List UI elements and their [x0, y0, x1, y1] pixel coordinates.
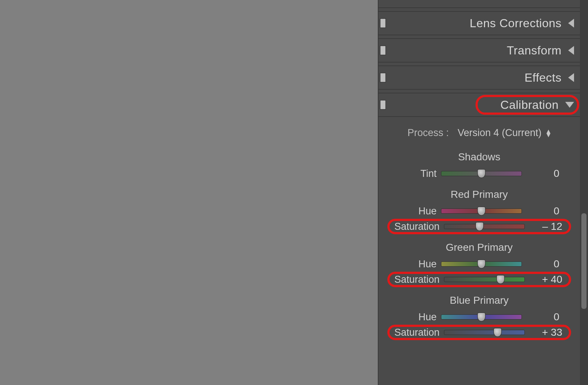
panel-title: Effects — [524, 71, 562, 85]
group-title-shadows: Shadows — [387, 151, 571, 163]
panel-header-calibration[interactable]: Calibration — [379, 93, 580, 117]
panel-header-cropped[interactable] — [379, 0, 580, 8]
panel-switch-icon[interactable] — [380, 18, 386, 28]
slider-value[interactable]: 0 — [526, 168, 559, 179]
panel-title: Lens Corrections — [470, 17, 562, 30]
slider-handle[interactable] — [477, 207, 485, 215]
slider-handle[interactable] — [477, 313, 485, 321]
scrollbar-thumb[interactable] — [581, 213, 587, 309]
slider-label: Hue — [389, 259, 437, 270]
slider-label: Hue — [389, 206, 437, 217]
panel-header-effects[interactable]: Effects — [379, 65, 580, 90]
slider-handle[interactable] — [477, 169, 485, 178]
panel-title: Transform — [507, 44, 562, 57]
panel-header-transform[interactable]: Transform — [379, 38, 580, 63]
slider-label: Saturation — [392, 221, 440, 232]
chevron-left-icon — [568, 73, 574, 82]
slider-handle[interactable] — [477, 260, 485, 268]
panel-header-lens-corrections[interactable]: Lens Corrections — [379, 11, 580, 35]
slider-value[interactable]: 0 — [526, 258, 559, 270]
slider-value[interactable]: – 12 — [529, 221, 562, 232]
slider-red-hue[interactable]: Hue 0 — [387, 203, 571, 219]
slider-value[interactable]: 0 — [526, 205, 559, 217]
slider-track[interactable] — [444, 277, 525, 282]
slider-handle[interactable] — [494, 328, 502, 337]
slider-red-saturation[interactable]: Saturation – 12 — [387, 219, 571, 234]
slider-handle[interactable] — [476, 222, 484, 231]
slider-label: Saturation — [392, 327, 440, 338]
slider-value[interactable]: + 33 — [529, 327, 562, 338]
develop-side-panel: Lens Corrections Transform Effects Calib… — [378, 0, 588, 385]
slider-blue-saturation[interactable]: Saturation + 33 — [387, 325, 571, 340]
slider-value[interactable]: + 40 — [529, 274, 562, 285]
slider-green-saturation[interactable]: Saturation + 40 — [387, 272, 571, 287]
process-version-dropdown[interactable]: Version 4 (Current) ▲▼ — [458, 127, 551, 139]
group-title-green-primary: Green Primary — [387, 242, 571, 253]
chevron-left-icon — [568, 19, 574, 28]
panel-scrollbar[interactable] — [580, 0, 588, 385]
slider-shadows-tint[interactable]: Tint 0 — [387, 166, 571, 181]
group-title-blue-primary: Blue Primary — [387, 295, 571, 306]
chevron-down-icon — [565, 102, 574, 108]
group-title-red-primary: Red Primary — [387, 189, 571, 200]
slider-track[interactable] — [444, 224, 525, 229]
slider-green-hue[interactable]: Hue 0 — [387, 256, 571, 272]
slider-label: Hue — [389, 311, 437, 323]
slider-label: Tint — [389, 168, 437, 179]
panel-switch-icon[interactable] — [380, 100, 386, 110]
panel-switch-icon[interactable] — [380, 46, 386, 55]
slider-value[interactable]: 0 — [526, 311, 559, 323]
chevron-left-icon — [568, 46, 574, 55]
slider-handle[interactable] — [496, 275, 505, 284]
process-version-value: Version 4 (Current) — [458, 127, 541, 139]
panel-switch-icon[interactable] — [380, 73, 386, 82]
slider-track[interactable] — [444, 330, 525, 335]
image-preview-canvas — [0, 0, 378, 385]
slider-label: Saturation — [392, 274, 440, 285]
panel-title: Calibration — [501, 98, 559, 112]
slider-blue-hue[interactable]: Hue 0 — [387, 309, 571, 325]
calibration-panel-body: Process : Version 4 (Current) ▲▼ Shadows… — [379, 120, 580, 351]
process-label: Process : — [408, 127, 449, 139]
updown-arrows-icon: ▲▼ — [545, 129, 551, 137]
